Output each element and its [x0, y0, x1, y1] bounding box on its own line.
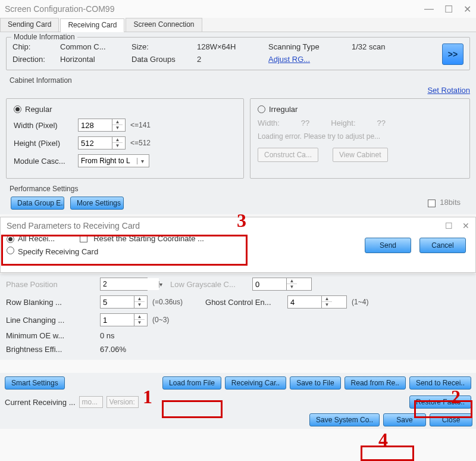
spin-down-icon[interactable]: ▼ [287, 284, 297, 290]
cascade-combo[interactable]: ▾ [78, 154, 149, 167]
radio-selected-icon [14, 105, 21, 113]
reset-checkbox[interactable] [80, 235, 87, 242]
module-info-title: Module Information [11, 33, 77, 41]
height-hint: <=512 [130, 139, 151, 147]
loading-error-text: Loading error. Please try to adjust pe..… [258, 132, 462, 141]
irr-height-label: Height: [331, 119, 355, 127]
phase-label: Phase Position [6, 280, 95, 289]
regular-label: Regular [25, 105, 52, 114]
direction-label: Direction: [12, 55, 60, 64]
dialog-close-icon[interactable]: ✕ [462, 221, 469, 230]
chip-value: Common C... [60, 42, 131, 51]
spin-up-icon[interactable]: ▲ [112, 119, 123, 125]
save-button[interactable]: Save [383, 413, 426, 426]
ghost-value[interactable] [288, 296, 321, 308]
linech-label: Line Changing ... [6, 316, 95, 325]
radio-unselected-icon [258, 105, 265, 113]
lowgray-value[interactable] [253, 278, 286, 290]
height-input[interactable] [79, 137, 112, 149]
spin-down-icon[interactable]: ▼ [134, 320, 145, 326]
irregular-label: Irregular [269, 105, 298, 114]
linech-spinner[interactable]: ▲▼ [100, 313, 148, 326]
send-to-receiving-button[interactable]: Send to Recei.. [409, 376, 471, 390]
spin-down-icon[interactable]: ▼ [134, 302, 145, 308]
width-label: Width (Pixel) [14, 121, 73, 130]
spin-up-icon[interactable]: ▲ [322, 296, 332, 302]
tab-sending-card[interactable]: Sending Card [0, 18, 59, 32]
content-area: Module Information Chip: Common C... Siz… [0, 32, 476, 214]
irregular-radio[interactable]: Irregular [258, 105, 462, 114]
all-receive-label: All Recei... [18, 234, 55, 243]
dialog-maximize-icon[interactable]: ☐ [445, 221, 453, 230]
window-title: Screen Configuration-COM99 [5, 4, 114, 14]
phase-value[interactable] [101, 278, 159, 290]
mo-field [79, 396, 103, 408]
load-from-file-button[interactable]: Load from File [162, 376, 221, 390]
ghost-spinner[interactable]: ▲▼ [287, 295, 347, 309]
chevron-down-icon[interactable]: ▾ [137, 158, 148, 164]
read-from-re-button[interactable]: Read from Re.. [345, 376, 406, 390]
close-button[interactable]: Close [430, 413, 472, 426]
cabinet-information-group: Cabinet Information Set Rotation Regular… [6, 76, 470, 179]
specify-label: Specify Receiving Card [18, 247, 98, 256]
height-spinner[interactable]: ▲▼ [78, 136, 126, 149]
spin-down-icon[interactable]: ▼ [112, 125, 123, 131]
restore-factory-button[interactable]: Restore Facto.. [409, 395, 471, 409]
data-groups-label: Data Groups [131, 55, 197, 64]
ghost-hint: (1~4) [352, 298, 368, 306]
current-receiving-label: Current Receiving ... [5, 398, 76, 407]
scan-type-label: Scanning Type [268, 42, 352, 51]
spin-up-icon[interactable]: ▲ [287, 278, 297, 284]
dialog-title: Send Parameters to Receiving Card [7, 221, 140, 230]
send-parameters-dialog: Send Parameters to Receiving Card ☐ ✕ Al… [0, 217, 476, 273]
spin-up-icon[interactable]: ▲ [112, 137, 123, 143]
bits-label: 18bits [440, 198, 461, 207]
all-receive-radio[interactable] [7, 234, 14, 243]
save-to-file-button[interactable]: Save to File [290, 376, 340, 390]
rowblank-label: Row Blanking ... [6, 298, 95, 307]
lowgray-spinner[interactable]: ▲▼ [252, 278, 312, 291]
direction-value: Horizontal [60, 55, 131, 64]
phase-combo[interactable]: ▾ [100, 278, 148, 291]
tab-screen-connection[interactable]: Screen Connection [126, 18, 202, 32]
data-group-button[interactable]: Data Group E... [11, 197, 64, 210]
size-label: Size: [131, 42, 197, 51]
bright-value: 67.06% [100, 345, 126, 354]
spin-up-icon[interactable]: ▲ [134, 296, 145, 302]
send-button[interactable]: Send [365, 238, 411, 253]
rowblank-value[interactable] [101, 296, 134, 308]
bits-checkbox[interactable]: 18bits [428, 198, 461, 207]
more-settings-button[interactable]: More Settings [70, 197, 124, 210]
specify-radio[interactable] [7, 247, 14, 256]
save-system-config-button[interactable]: Save System Co.. [309, 413, 380, 426]
size-value: 128W×64H [197, 42, 268, 51]
spin-down-icon[interactable]: ▼ [112, 143, 123, 149]
spin-up-icon[interactable]: ▲ [134, 314, 145, 320]
minoe-value: 0 ns [100, 331, 115, 340]
irr-height-value: ?? [377, 119, 386, 127]
adjust-rg-link[interactable]: Adjust RG... [268, 55, 352, 64]
expand-arrow-button[interactable]: >> [442, 43, 464, 65]
receiving-card-button[interactable]: Receiving Car.. [225, 376, 286, 390]
irr-width-label: Width: [258, 119, 280, 127]
spin-down-icon[interactable]: ▼ [322, 302, 332, 308]
rowblank-spinner[interactable]: ▲▼ [100, 295, 148, 309]
regular-radio[interactable]: Regular [14, 105, 236, 114]
linech-value[interactable] [101, 314, 134, 326]
view-cabinet-button: View Cabinet [333, 148, 388, 162]
width-input[interactable] [79, 119, 112, 131]
width-spinner[interactable]: ▲▼ [78, 119, 126, 132]
maximize-icon[interactable]: ☐ [444, 4, 453, 15]
set-rotation-link[interactable]: Set Rotation [427, 86, 470, 95]
cascade-value[interactable] [79, 155, 137, 167]
tab-receiving-card[interactable]: Receiving Card [60, 18, 124, 32]
cancel-button[interactable]: Cancel [419, 238, 466, 253]
radio-selected-icon [7, 235, 14, 243]
lowgray-label: Low Grayscale C... [170, 280, 248, 289]
smart-settings-button[interactable]: Smart Settings [5, 376, 65, 390]
window-buttons: — ☐ ✕ [424, 4, 471, 15]
chevron-down-icon[interactable]: ▾ [159, 281, 162, 288]
close-icon[interactable]: ✕ [464, 4, 471, 15]
minimize-icon[interactable]: — [424, 4, 434, 15]
irregular-cabinet-box: Irregular Width: ?? Height: ?? Loading e… [250, 98, 470, 179]
